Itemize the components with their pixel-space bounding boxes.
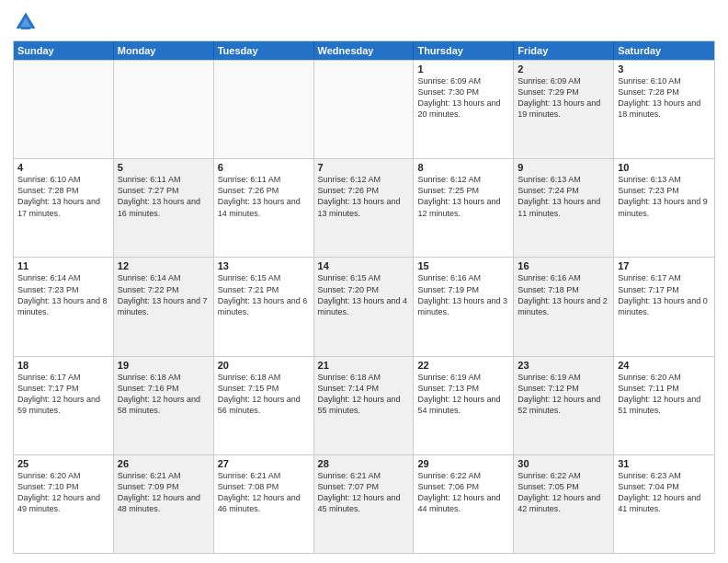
weekday-header-thursday: Thursday [414, 41, 514, 60]
calendar-cell-r1c0: 4Sunrise: 6:10 AM Sunset: 7:28 PM Daylig… [14, 159, 114, 257]
day-number: 2 [518, 63, 609, 75]
cell-text: Sunrise: 6:16 AM Sunset: 7:19 PM Dayligh… [417, 272, 509, 317]
cell-text: Sunrise: 6:13 AM Sunset: 7:24 PM Dayligh… [518, 174, 609, 219]
cell-text: Sunrise: 6:18 AM Sunset: 7:14 PM Dayligh… [318, 372, 410, 417]
day-number: 24 [618, 360, 711, 371]
weekday-header-sunday: Sunday [14, 41, 114, 60]
calendar-body: 1Sunrise: 6:09 AM Sunset: 7:30 PM Daylig… [14, 60, 714, 553]
calendar-cell-r3c3: 21Sunrise: 6:18 AM Sunset: 7:14 PM Dayli… [314, 357, 415, 454]
calendar-cell-r4c1: 26Sunrise: 6:21 AM Sunset: 7:09 PM Dayli… [114, 455, 214, 553]
calendar-cell-r4c5: 30Sunrise: 6:22 AM Sunset: 7:05 PM Dayli… [514, 455, 614, 553]
page: SundayMondayTuesdayWednesdayThursdayFrid… [0, 0, 728, 563]
calendar-cell-r3c0: 18Sunrise: 6:17 AM Sunset: 7:17 PM Dayli… [14, 357, 114, 454]
day-number: 27 [218, 458, 310, 469]
cell-text: Sunrise: 6:20 AM Sunset: 7:11 PM Dayligh… [618, 372, 711, 417]
day-number: 9 [518, 162, 609, 173]
cell-text: Sunrise: 6:16 AM Sunset: 7:18 PM Dayligh… [518, 272, 609, 317]
calendar-cell-r2c0: 11Sunrise: 6:14 AM Sunset: 7:23 PM Dayli… [14, 258, 114, 355]
cell-text: Sunrise: 6:20 AM Sunset: 7:10 PM Dayligh… [17, 470, 109, 515]
cell-text: Sunrise: 6:14 AM Sunset: 7:23 PM Dayligh… [17, 272, 109, 317]
day-number: 23 [518, 360, 609, 371]
cell-text: Sunrise: 6:19 AM Sunset: 7:13 PM Dayligh… [417, 372, 509, 417]
day-number: 16 [518, 260, 609, 271]
day-number: 12 [118, 260, 210, 271]
cell-text: Sunrise: 6:19 AM Sunset: 7:12 PM Dayligh… [518, 372, 609, 417]
calendar-cell-r0c4: 1Sunrise: 6:09 AM Sunset: 7:30 PM Daylig… [414, 61, 514, 158]
day-number: 14 [318, 260, 410, 271]
svg-rect-2 [21, 27, 31, 29]
day-number: 13 [218, 260, 310, 271]
cell-text: Sunrise: 6:11 AM Sunset: 7:26 PM Dayligh… [218, 174, 310, 219]
calendar-cell-r0c1 [114, 61, 214, 158]
cell-text: Sunrise: 6:21 AM Sunset: 7:08 PM Dayligh… [218, 470, 310, 515]
calendar-cell-r1c2: 6Sunrise: 6:11 AM Sunset: 7:26 PM Daylig… [214, 159, 314, 257]
day-number: 26 [118, 458, 210, 469]
cell-text: Sunrise: 6:18 AM Sunset: 7:16 PM Dayligh… [118, 372, 210, 417]
logo-icon [13, 9, 39, 35]
calendar-cell-r3c6: 24Sunrise: 6:20 AM Sunset: 7:11 PM Dayli… [614, 357, 714, 454]
calendar-cell-r2c1: 12Sunrise: 6:14 AM Sunset: 7:22 PM Dayli… [114, 258, 214, 355]
weekday-header-friday: Friday [514, 41, 614, 60]
day-number: 25 [17, 458, 109, 469]
calendar-cell-r2c3: 14Sunrise: 6:15 AM Sunset: 7:20 PM Dayli… [314, 258, 415, 355]
day-number: 18 [17, 360, 109, 371]
day-number: 22 [417, 360, 509, 371]
cell-text: Sunrise: 6:14 AM Sunset: 7:22 PM Dayligh… [118, 272, 210, 317]
calendar-cell-r2c6: 17Sunrise: 6:17 AM Sunset: 7:17 PM Dayli… [614, 258, 714, 355]
day-number: 17 [618, 260, 711, 271]
cell-text: Sunrise: 6:13 AM Sunset: 7:23 PM Dayligh… [618, 174, 711, 219]
day-number: 8 [417, 162, 509, 173]
day-number: 1 [417, 63, 509, 75]
day-number: 21 [318, 360, 410, 371]
cell-text: Sunrise: 6:12 AM Sunset: 7:26 PM Dayligh… [318, 174, 410, 219]
calendar-cell-r0c2 [214, 61, 314, 158]
cell-text: Sunrise: 6:17 AM Sunset: 7:17 PM Dayligh… [618, 272, 711, 317]
cell-text: Sunrise: 6:22 AM Sunset: 7:05 PM Dayligh… [518, 470, 609, 515]
cell-text: Sunrise: 6:10 AM Sunset: 7:28 PM Dayligh… [17, 174, 109, 219]
calendar-cell-r0c5: 2Sunrise: 6:09 AM Sunset: 7:29 PM Daylig… [514, 61, 614, 158]
calendar-cell-r1c6: 10Sunrise: 6:13 AM Sunset: 7:23 PM Dayli… [614, 159, 714, 257]
cell-text: Sunrise: 6:09 AM Sunset: 7:30 PM Dayligh… [417, 75, 509, 121]
day-number: 30 [518, 458, 609, 469]
calendar-cell-r0c0 [14, 61, 114, 158]
calendar-cell-r4c3: 28Sunrise: 6:21 AM Sunset: 7:07 PM Dayli… [314, 455, 415, 553]
weekday-header-monday: Monday [114, 41, 214, 60]
day-number: 19 [118, 360, 210, 371]
cell-text: Sunrise: 6:21 AM Sunset: 7:07 PM Dayligh… [318, 470, 410, 515]
calendar-cell-r1c1: 5Sunrise: 6:11 AM Sunset: 7:27 PM Daylig… [114, 159, 214, 257]
cell-text: Sunrise: 6:15 AM Sunset: 7:21 PM Dayligh… [218, 272, 310, 317]
cell-text: Sunrise: 6:18 AM Sunset: 7:15 PM Dayligh… [218, 372, 310, 417]
cell-text: Sunrise: 6:15 AM Sunset: 7:20 PM Dayligh… [318, 272, 410, 317]
calendar-row-3: 18Sunrise: 6:17 AM Sunset: 7:17 PM Dayli… [14, 356, 714, 454]
day-number: 7 [318, 162, 410, 173]
cell-text: Sunrise: 6:12 AM Sunset: 7:25 PM Dayligh… [417, 174, 509, 219]
cell-text: Sunrise: 6:11 AM Sunset: 7:27 PM Dayligh… [118, 174, 210, 219]
calendar-row-2: 11Sunrise: 6:14 AM Sunset: 7:23 PM Dayli… [14, 257, 714, 355]
calendar-cell-r3c1: 19Sunrise: 6:18 AM Sunset: 7:16 PM Dayli… [114, 357, 214, 454]
calendar-cell-r4c0: 25Sunrise: 6:20 AM Sunset: 7:10 PM Dayli… [14, 455, 114, 553]
cell-text: Sunrise: 6:21 AM Sunset: 7:09 PM Dayligh… [118, 470, 210, 515]
calendar-cell-r3c4: 22Sunrise: 6:19 AM Sunset: 7:13 PM Dayli… [414, 357, 514, 454]
day-number: 10 [618, 162, 711, 173]
calendar-cell-r2c5: 16Sunrise: 6:16 AM Sunset: 7:18 PM Dayli… [514, 258, 614, 355]
calendar-cell-r4c6: 31Sunrise: 6:23 AM Sunset: 7:04 PM Dayli… [614, 455, 714, 553]
calendar-cell-r1c4: 8Sunrise: 6:12 AM Sunset: 7:25 PM Daylig… [414, 159, 514, 257]
cell-text: Sunrise: 6:10 AM Sunset: 7:28 PM Dayligh… [618, 75, 711, 121]
day-number: 6 [218, 162, 310, 173]
weekday-header-saturday: Saturday [614, 41, 714, 60]
calendar-row-1: 4Sunrise: 6:10 AM Sunset: 7:28 PM Daylig… [14, 158, 714, 257]
cell-text: Sunrise: 6:09 AM Sunset: 7:29 PM Dayligh… [518, 75, 609, 121]
calendar-row-4: 25Sunrise: 6:20 AM Sunset: 7:10 PM Dayli… [14, 454, 714, 553]
day-number: 29 [417, 458, 509, 469]
weekday-header-wednesday: Wednesday [314, 41, 415, 60]
day-number: 20 [218, 360, 310, 371]
day-number: 28 [318, 458, 410, 469]
weekday-header-tuesday: Tuesday [214, 41, 314, 60]
calendar-cell-r3c2: 20Sunrise: 6:18 AM Sunset: 7:15 PM Dayli… [214, 357, 314, 454]
calendar: SundayMondayTuesdayWednesdayThursdayFrid… [13, 40, 715, 554]
cell-text: Sunrise: 6:23 AM Sunset: 7:04 PM Dayligh… [618, 470, 711, 515]
calendar-header: SundayMondayTuesdayWednesdayThursdayFrid… [14, 41, 714, 60]
calendar-row-0: 1Sunrise: 6:09 AM Sunset: 7:30 PM Daylig… [14, 60, 714, 158]
calendar-cell-r1c3: 7Sunrise: 6:12 AM Sunset: 7:26 PM Daylig… [314, 159, 415, 257]
calendar-cell-r0c6: 3Sunrise: 6:10 AM Sunset: 7:28 PM Daylig… [614, 61, 714, 158]
